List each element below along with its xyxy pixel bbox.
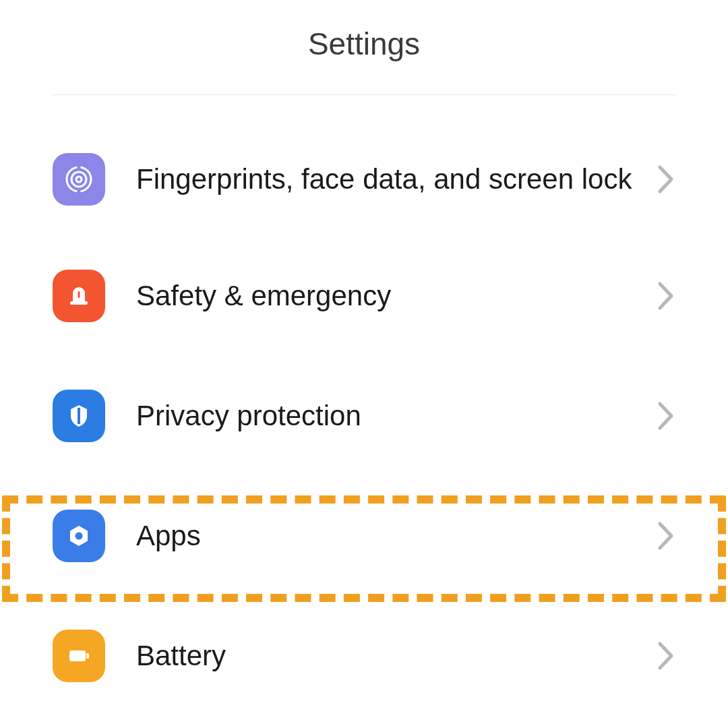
list-item-safety[interactable]: Safety & emergency [0, 270, 728, 322]
list-item-label: Battery [136, 637, 657, 675]
list-item-label: Apps [136, 517, 657, 555]
settings-list: Fingerprints, face data, and screen lock… [0, 95, 728, 682]
chevron-right-icon [657, 400, 675, 431]
svg-rect-6 [78, 291, 80, 298]
chevron-right-icon [657, 280, 675, 311]
svg-rect-5 [70, 301, 88, 305]
shield-icon [53, 390, 105, 442]
alert-icon [53, 270, 105, 322]
svg-point-2 [76, 177, 82, 182]
chevron-right-icon [657, 164, 675, 195]
svg-point-0 [67, 167, 91, 191]
battery-icon [53, 630, 105, 682]
chevron-right-icon [657, 640, 675, 671]
svg-point-8 [75, 533, 83, 540]
svg-point-1 [71, 172, 86, 187]
list-item-label: Privacy protection [136, 397, 657, 435]
list-item-fingerprints[interactable]: Fingerprints, face data, and screen lock [0, 153, 728, 206]
page-title: Settings [0, 26, 728, 62]
chevron-right-icon [657, 520, 675, 551]
list-item-battery[interactable]: Battery [0, 630, 728, 682]
svg-rect-10 [86, 653, 89, 659]
fingerprint-icon [53, 153, 105, 206]
list-item-apps[interactable]: Apps [0, 510, 728, 562]
header: Settings [0, 0, 728, 94]
list-item-label: Fingerprints, face data, and screen lock [136, 160, 657, 199]
apps-icon [53, 510, 105, 562]
svg-rect-9 [69, 650, 86, 661]
list-item-privacy[interactable]: Privacy protection [0, 390, 728, 442]
list-item-label: Safety & emergency [136, 277, 657, 315]
